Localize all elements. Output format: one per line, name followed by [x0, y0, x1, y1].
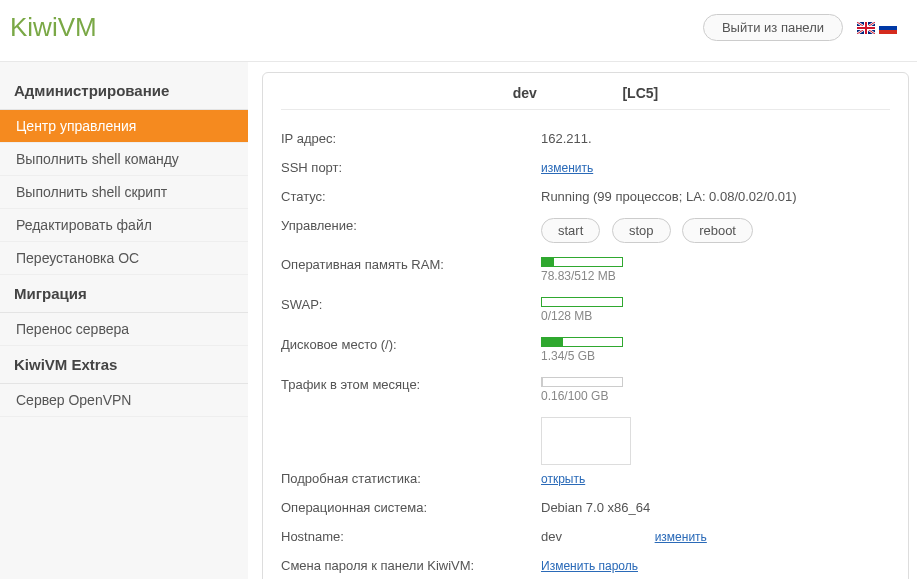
panel-title: dev [LC5] — [281, 85, 890, 110]
panel-title-suffix: [LC5] — [622, 85, 658, 101]
disk-text: 1.34/5 GB — [541, 349, 890, 363]
ram-label: Оперативная память RAM: — [281, 257, 541, 272]
ram-text: 78.83/512 MB — [541, 269, 890, 283]
control-label: Управление: — [281, 218, 541, 233]
svg-rect-7 — [879, 30, 897, 34]
language-flags — [857, 22, 897, 34]
svg-rect-5 — [879, 22, 897, 26]
header: KiwiVM Выйти из панели — [0, 0, 917, 62]
sidebar-item-shell-cmd[interactable]: Выполнить shell команду — [0, 143, 248, 176]
kiwivm-pw-label: Смена пароля к панели KiwiVM: — [281, 558, 541, 573]
sidebar-group-title: Миграция — [0, 275, 248, 313]
disk-bar — [541, 337, 623, 347]
disk-label: Дисковое место (/): — [281, 337, 541, 352]
stats-label: Подробная статистика: — [281, 471, 541, 486]
swap-label: SWAP: — [281, 297, 541, 312]
ip-label: IP адрес: — [281, 131, 541, 146]
kiwivm-pw-link[interactable]: Изменить пароль — [541, 559, 638, 573]
os-label: Операционная система: — [281, 500, 541, 515]
traffic-label: Трафик в этом месяце: — [281, 377, 541, 392]
sidebar-item-control-center[interactable]: Центр управления — [0, 110, 248, 143]
sidebar-item-shell-script[interactable]: Выполнить shell скрипт — [0, 176, 248, 209]
sidebar-group-title: Администрирование — [0, 72, 248, 110]
svg-rect-6 — [879, 26, 897, 30]
reboot-button[interactable]: reboot — [682, 218, 753, 243]
hostname-label: Hostname: — [281, 529, 541, 544]
sidebar-item-openvpn[interactable]: Сервер OpenVPN — [0, 384, 248, 417]
ip-value: 162.211. — [541, 131, 890, 146]
main: dev [LC5] IP адрес: 162.211. SSH порт: и… — [248, 62, 917, 579]
ssh-change-link[interactable]: изменить — [541, 161, 593, 175]
stats-thumbnail — [541, 417, 631, 465]
ssh-label: SSH порт: — [281, 160, 541, 175]
hostname-value: dev — [541, 529, 651, 544]
sidebar-item-reinstall-os[interactable]: Переустановка ОС — [0, 242, 248, 275]
svg-rect-4 — [857, 27, 875, 29]
sidebar: АдминистрированиеЦентр управленияВыполни… — [0, 62, 248, 579]
content: АдминистрированиеЦентр управленияВыполни… — [0, 62, 917, 579]
start-button[interactable]: start — [541, 218, 600, 243]
control-panel: dev [LC5] IP адрес: 162.211. SSH порт: и… — [262, 72, 909, 579]
sidebar-item-migrate[interactable]: Перенос сервера — [0, 313, 248, 346]
traffic-text: 0.16/100 GB — [541, 389, 890, 403]
swap-bar — [541, 297, 623, 307]
panel-title-prefix: dev — [513, 85, 537, 101]
sidebar-group-title: KiwiVM Extras — [0, 346, 248, 384]
brand-logo: KiwiVM — [10, 12, 97, 43]
sidebar-item-edit-file[interactable]: Редактировать файл — [0, 209, 248, 242]
stats-open-link[interactable]: открыть — [541, 472, 585, 486]
traffic-bar — [541, 377, 623, 387]
status-label: Статус: — [281, 189, 541, 204]
os-value: Debian 7.0 x86_64 — [541, 500, 890, 515]
logout-button[interactable]: Выйти из панели — [703, 14, 843, 41]
ram-bar — [541, 257, 623, 267]
swap-text: 0/128 MB — [541, 309, 890, 323]
hostname-change-link[interactable]: изменить — [655, 530, 707, 544]
status-value: Running (99 процессов; LA: 0.08/0.02/0.0… — [541, 189, 890, 204]
header-right: Выйти из панели — [703, 14, 897, 41]
flag-en-icon[interactable] — [857, 22, 875, 34]
flag-ru-icon[interactable] — [879, 22, 897, 34]
stop-button[interactable]: stop — [612, 218, 671, 243]
